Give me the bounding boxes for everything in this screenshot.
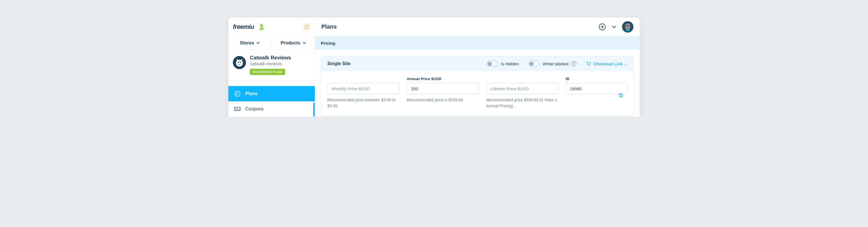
header-dropdown[interactable] bbox=[610, 23, 618, 31]
theme-toggle[interactable] bbox=[298, 17, 315, 36]
annual-price-label: Annual Price $USD bbox=[407, 77, 479, 83]
monthly-price-helper: Recommended price between $3.99 to $9.99… bbox=[327, 97, 399, 109]
panel-header: Single Site Is Hidden White labeled i bbox=[321, 56, 634, 71]
stores-dropdown[interactable]: Stores bbox=[228, 40, 272, 46]
product-slug: catwalk-reviews bbox=[250, 62, 310, 67]
header-actions bbox=[598, 21, 640, 33]
page-title: Plans bbox=[315, 24, 598, 30]
svg-point-21 bbox=[236, 60, 243, 67]
svg-rect-29 bbox=[619, 94, 622, 97]
white-labeled-toggle-group: White labeled i bbox=[528, 61, 577, 67]
svg-point-26 bbox=[587, 65, 588, 66]
sidebar: Stores Products bbox=[228, 36, 315, 117]
nav-item-plans[interactable]: Plans bbox=[228, 86, 315, 101]
sidebar-scrollbar[interactable] bbox=[313, 103, 315, 117]
svg-point-23 bbox=[240, 62, 241, 63]
pricing-panel: Single Site Is Hidden White labeled i bbox=[321, 56, 634, 117]
svg-point-27 bbox=[589, 65, 590, 66]
id-label: ID bbox=[566, 77, 627, 83]
tabs-bar: Pricing bbox=[315, 36, 640, 50]
white-labeled-toggle[interactable] bbox=[528, 61, 540, 67]
chevron-down-icon bbox=[256, 42, 260, 44]
add-button[interactable] bbox=[598, 23, 606, 31]
monthly-price-input[interactable] bbox=[327, 83, 399, 94]
panel-title: Single Site bbox=[327, 61, 351, 66]
id-field: ID bbox=[566, 77, 627, 109]
copy-icon bbox=[618, 93, 623, 98]
svg-line-10 bbox=[308, 24, 309, 25]
app-window: freemiu bbox=[228, 17, 640, 117]
is-hidden-label: Is Hidden bbox=[501, 62, 519, 66]
lifetime-price-helper: Recommended price $599.99 (3 Years x Ann… bbox=[486, 97, 558, 109]
white-labeled-label: White labeled bbox=[542, 62, 568, 66]
is-hidden-toggle-group: Is Hidden bbox=[487, 61, 519, 67]
plans-icon bbox=[234, 90, 241, 97]
svg-text:freemiu: freemiu bbox=[233, 23, 254, 30]
checkout-link-label: Checkout Link ... bbox=[593, 62, 627, 66]
nav-item-label: Plans bbox=[245, 91, 257, 96]
svg-point-17 bbox=[626, 25, 627, 27]
cat-icon bbox=[233, 56, 246, 69]
product-plan-badge: REVENUES PLAN bbox=[250, 69, 285, 75]
product-card: Catwalk Reviews catwalk-reviews REVENUES… bbox=[228, 50, 315, 81]
coupons-icon: % bbox=[234, 106, 241, 112]
panel-body: . Recommended price between $3.99 to $9.… bbox=[321, 71, 634, 116]
avatar-icon bbox=[622, 21, 633, 33]
checkout-link-button[interactable]: Checkout Link ... bbox=[586, 62, 627, 66]
lifetime-price-field: . Recommended price $599.99 (3 Years x A… bbox=[486, 77, 558, 109]
annual-price-helper: Recommended price is $209.99. bbox=[407, 97, 479, 103]
brand-logo[interactable]: freemiu bbox=[228, 23, 298, 31]
svg-rect-19 bbox=[626, 30, 630, 31]
cart-icon bbox=[586, 62, 591, 66]
sidebar-selector-bar: Stores Products bbox=[228, 36, 315, 50]
svg-point-18 bbox=[628, 25, 630, 27]
svg-text:%: % bbox=[236, 108, 239, 111]
svg-line-8 bbox=[308, 29, 309, 29]
tab-pricing[interactable]: Pricing bbox=[321, 41, 335, 46]
content-area: Pricing Single Site Is Hidden White labe… bbox=[315, 36, 640, 117]
lifetime-price-input[interactable] bbox=[486, 83, 558, 94]
copy-id-button[interactable] bbox=[618, 93, 625, 99]
svg-point-2 bbox=[305, 25, 308, 28]
product-name: Catwalk Reviews bbox=[250, 55, 310, 61]
chevron-down-icon bbox=[303, 42, 306, 44]
annual-price-input[interactable] bbox=[407, 83, 479, 94]
sidebar-nav: Plans % Coupons bbox=[228, 81, 315, 117]
annual-price-field: Annual Price $USD Recommended price is $… bbox=[407, 77, 479, 109]
stores-dropdown-label: Stores bbox=[240, 40, 254, 46]
user-avatar[interactable] bbox=[622, 21, 633, 33]
svg-point-22 bbox=[238, 62, 239, 63]
nav-item-label: Coupons bbox=[245, 106, 264, 112]
monthly-price-field: . Recommended price between $3.99 to $9.… bbox=[327, 77, 399, 109]
svg-rect-28 bbox=[620, 94, 623, 98]
id-input[interactable] bbox=[566, 83, 627, 94]
app-header: freemiu bbox=[228, 17, 640, 36]
product-logo bbox=[233, 56, 246, 69]
products-dropdown[interactable]: Products bbox=[272, 40, 315, 46]
svg-line-9 bbox=[304, 29, 305, 29]
nav-item-coupons[interactable]: % Coupons bbox=[228, 101, 315, 117]
info-icon[interactable]: i bbox=[571, 61, 577, 66]
sun-icon bbox=[303, 23, 310, 31]
plus-circle-icon bbox=[598, 23, 606, 31]
svg-line-7 bbox=[304, 24, 305, 25]
chevron-down-icon bbox=[612, 26, 616, 28]
products-dropdown-label: Products bbox=[281, 40, 300, 46]
is-hidden-toggle[interactable] bbox=[487, 61, 498, 67]
